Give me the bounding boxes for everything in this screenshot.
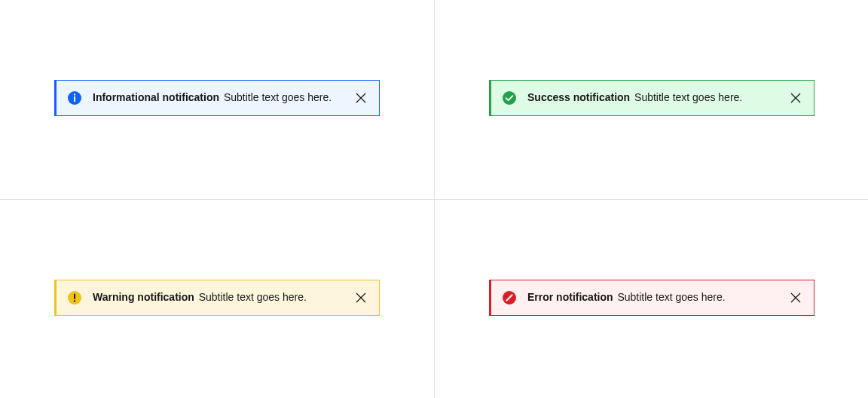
success-title: Success notification: [527, 91, 630, 103]
svg-point-3: [503, 91, 516, 105]
svg-rect-2: [74, 96, 75, 102]
info-close-button[interactable]: [343, 81, 379, 117]
svg-rect-5: [74, 294, 75, 299]
info-notification: Informational notification Subtitle text…: [54, 80, 380, 116]
error-close-button[interactable]: [778, 280, 814, 317]
warning-text: Warning notification Subtitle text goes …: [93, 291, 307, 305]
error-cell: Error notification Subtitle text goes he…: [434, 199, 868, 398]
info-cell: Informational notification Subtitle text…: [0, 0, 434, 199]
success-close-button[interactable]: [778, 81, 814, 117]
warning-close-button[interactable]: [343, 280, 379, 317]
info-title: Informational notification: [93, 91, 219, 103]
close-icon: [355, 92, 367, 106]
success-notification: Success notification Subtitle text goes …: [489, 80, 815, 116]
error-subtitle: Subtitle text goes here.: [617, 291, 725, 303]
success-text: Success notification Subtitle text goes …: [527, 91, 742, 105]
close-icon: [355, 292, 367, 306]
close-icon: [790, 292, 802, 306]
success-cell: Success notification Subtitle text goes …: [434, 0, 868, 199]
info-icon: [67, 90, 82, 106]
warning-title: Warning notification: [93, 291, 194, 303]
error-text: Error notification Subtitle text goes he…: [527, 291, 726, 305]
success-icon: [502, 90, 517, 106]
info-subtitle: Subtitle text goes here.: [224, 91, 332, 103]
svg-point-1: [74, 93, 75, 95]
info-text: Informational notification Subtitle text…: [93, 91, 332, 105]
error-title: Error notification: [527, 291, 613, 303]
warning-subtitle: Subtitle text goes here.: [199, 291, 307, 303]
error-notification: Error notification Subtitle text goes he…: [489, 280, 815, 316]
success-subtitle: Subtitle text goes here.: [634, 91, 742, 103]
svg-point-6: [74, 300, 75, 302]
warning-cell: Warning notification Subtitle text goes …: [0, 199, 434, 398]
warning-icon: [67, 290, 82, 305]
notification-examples-grid: Informational notification Subtitle text…: [0, 0, 868, 398]
warning-notification: Warning notification Subtitle text goes …: [54, 280, 380, 316]
close-icon: [790, 92, 802, 106]
error-icon: [502, 290, 517, 305]
